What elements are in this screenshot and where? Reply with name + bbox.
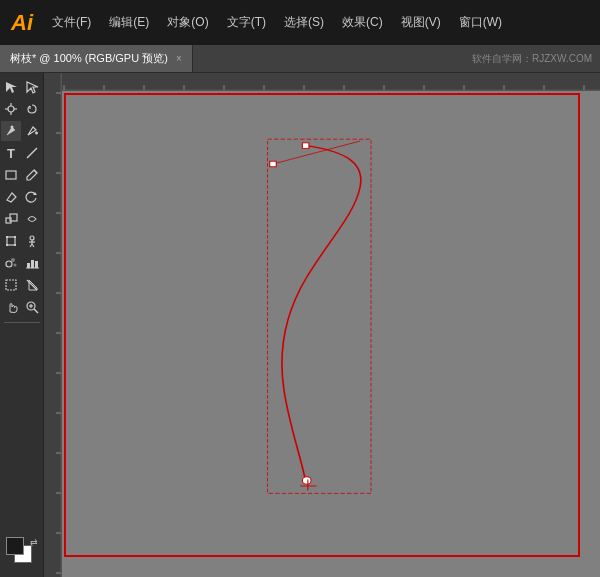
tool-row-3 <box>0 121 43 141</box>
ruler-left <box>44 73 62 577</box>
tool-separator <box>4 322 40 323</box>
ruler-top <box>44 73 600 91</box>
menu-text[interactable]: 文字(T) <box>219 10 274 35</box>
free-transform-tool[interactable] <box>1 231 21 251</box>
canvas-area[interactable] <box>44 73 600 577</box>
puppet-warp-tool[interactable] <box>22 231 42 251</box>
tool-row-4: T <box>0 143 43 163</box>
svg-rect-70 <box>302 143 309 149</box>
tool-row-9 <box>0 253 43 273</box>
svg-rect-71 <box>270 161 277 167</box>
rectangle-tool[interactable] <box>1 165 21 185</box>
menu-effect[interactable]: 效果(C) <box>334 10 391 35</box>
slice-tool[interactable] <box>22 275 42 295</box>
menu-bar: 文件(F) 编辑(E) 对象(O) 文字(T) 选择(S) 效果(C) 视图(V… <box>44 0 600 45</box>
tool-row-5 <box>0 165 43 185</box>
tab-title: 树枝* @ 100% (RGB/GPU 预览) <box>10 51 168 66</box>
swatch-container[interactable]: ⇄ <box>6 537 38 569</box>
ai-logo: Ai <box>0 0 44 45</box>
artboard-tool[interactable] <box>1 275 21 295</box>
menu-edit[interactable]: 编辑(E) <box>101 10 157 35</box>
lasso-tool[interactable] <box>22 99 42 119</box>
hand-tool[interactable] <box>1 297 21 317</box>
artboard <box>64 93 580 557</box>
zoom-tool[interactable] <box>22 297 42 317</box>
pen-tool[interactable] <box>1 121 21 141</box>
svg-line-26 <box>32 244 34 247</box>
tab-bar: 树枝* @ 100% (RGB/GPU 预览) × 软件自学网：RJZXW.CO… <box>0 45 600 73</box>
drawing-canvas <box>66 95 578 555</box>
magic-wand-tool[interactable] <box>1 99 21 119</box>
svg-rect-32 <box>35 261 38 268</box>
menu-view[interactable]: 视图(V) <box>393 10 449 35</box>
svg-rect-34 <box>6 280 16 290</box>
svg-rect-75 <box>268 139 371 493</box>
warp-tool[interactable] <box>22 209 42 229</box>
tool-row-2 <box>0 99 43 119</box>
svg-rect-20 <box>6 244 8 246</box>
svg-rect-21 <box>14 244 16 246</box>
svg-rect-18 <box>6 236 8 238</box>
watermark: 软件自学网：RJZXW.COM <box>472 52 600 66</box>
svg-line-13 <box>34 170 37 173</box>
tool-row-10 <box>0 275 43 295</box>
svg-point-8 <box>11 126 14 129</box>
symbol-sprayer-tool[interactable] <box>1 253 21 273</box>
svg-point-6 <box>8 106 14 112</box>
tool-row-1 <box>0 77 43 97</box>
svg-rect-31 <box>31 260 34 268</box>
line-tool[interactable] <box>22 143 42 163</box>
svg-rect-30 <box>27 263 30 268</box>
svg-marker-0 <box>6 82 17 93</box>
tab-close-button[interactable]: × <box>176 53 182 64</box>
color-swatches: ⇄ <box>2 533 42 573</box>
menu-file[interactable]: 文件(F) <box>44 10 99 35</box>
svg-marker-1 <box>27 82 38 93</box>
svg-point-72 <box>302 477 311 484</box>
svg-point-27 <box>6 261 12 267</box>
menu-object[interactable]: 对象(O) <box>159 10 216 35</box>
svg-line-69 <box>273 141 360 164</box>
svg-line-11 <box>27 148 37 158</box>
eraser-tool[interactable] <box>1 187 21 207</box>
menu-window[interactable]: 窗口(W) <box>451 10 510 35</box>
column-graph-tool[interactable] <box>22 253 42 273</box>
selection-tool[interactable] <box>1 77 21 97</box>
title-bar: Ai 文件(F) 编辑(E) 对象(O) 文字(T) 选择(S) 效果(C) 视… <box>0 0 600 45</box>
swap-colors-icon[interactable]: ⇄ <box>30 537 38 547</box>
svg-rect-12 <box>6 171 16 179</box>
tool-row-7 <box>0 209 43 229</box>
svg-point-29 <box>14 264 17 267</box>
menu-select[interactable]: 选择(S) <box>276 10 332 35</box>
active-tab[interactable]: 树枝* @ 100% (RGB/GPU 预览) × <box>0 45 193 72</box>
svg-rect-19 <box>14 236 16 238</box>
type-tool[interactable]: T <box>1 143 21 163</box>
main-layout: T <box>0 73 600 577</box>
tool-row-6 <box>0 187 43 207</box>
svg-point-28 <box>11 258 15 262</box>
add-anchor-tool[interactable] <box>22 121 42 141</box>
direct-selection-tool[interactable] <box>22 77 42 97</box>
scale-tool[interactable] <box>1 209 21 229</box>
tool-row-11 <box>0 297 43 317</box>
svg-line-37 <box>34 309 38 313</box>
tool-row-8 <box>0 231 43 251</box>
rotate-tool[interactable] <box>22 187 42 207</box>
svg-point-22 <box>30 236 34 240</box>
svg-rect-17 <box>7 237 15 245</box>
left-toolbar: T <box>0 73 44 577</box>
pencil-tool[interactable] <box>22 165 42 185</box>
stroke-swatch[interactable] <box>6 537 24 555</box>
